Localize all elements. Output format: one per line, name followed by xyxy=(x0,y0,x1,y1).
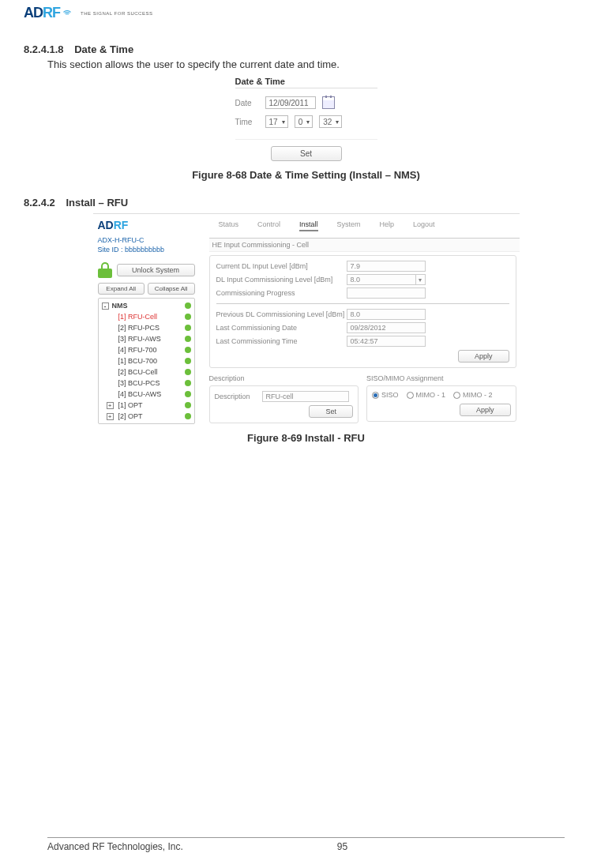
body-text-date-time: This section allows the user to specify … xyxy=(47,58,588,70)
field-value[interactable]: 8.0▾ xyxy=(347,274,426,285)
tab-install[interactable]: Install xyxy=(299,220,318,231)
status-dot-icon xyxy=(185,302,191,309)
status-dot-icon xyxy=(185,391,191,397)
description-input[interactable]: RFU-cell xyxy=(262,391,349,402)
panel-title: Date & Time xyxy=(235,77,377,88)
radio-icon xyxy=(453,392,460,399)
chevron-down-icon: ▾ xyxy=(280,116,287,127)
status-dot-icon xyxy=(185,336,191,342)
calendar-icon[interactable] xyxy=(322,96,335,109)
status-dot-icon xyxy=(185,314,191,320)
radio-option[interactable]: MIMO - 2 xyxy=(453,391,493,399)
page-footer: Advanced RF Technologies, Inc. 95 xyxy=(47,837,565,852)
apply-button[interactable]: Apply xyxy=(460,404,511,416)
tab-system[interactable]: System xyxy=(337,220,361,231)
second-select[interactable]: 32▾ xyxy=(319,115,342,128)
tagline: THE SIGNAL FOR SUCCESS xyxy=(81,11,152,16)
date-label: Date xyxy=(235,99,259,107)
minute-select[interactable]: 0▾ xyxy=(295,115,314,128)
field-value: 09/28/2012 xyxy=(347,322,426,333)
field-value: 7.9 xyxy=(347,261,426,272)
tree-item[interactable]: +[1] OPT xyxy=(100,400,193,411)
tree-item[interactable]: -NMS xyxy=(100,300,193,311)
tree-item[interactable]: [1] BCU-700 xyxy=(100,355,193,366)
field-row: DL Input Commissioning Level [dBm]8.0▾ xyxy=(216,274,509,285)
field-row: Commissioning Progress xyxy=(216,287,509,299)
section-heading-install-rfu: 8.2.4.2 Install – RFU xyxy=(24,197,588,209)
expand-all-button[interactable]: Expand All xyxy=(98,283,145,295)
figure-caption-69: Figure 8-69 Install - RFU xyxy=(24,432,588,444)
description-label: Description xyxy=(215,393,262,400)
figure-caption-68: Figure 8-68 Date & Time Setting (Install… xyxy=(24,169,588,181)
hour-select[interactable]: 17▾ xyxy=(265,115,288,128)
description-title: Description xyxy=(209,374,359,382)
header-logo: ADRF THE SIGNAL FOR SUCCESS xyxy=(24,0,588,29)
tree-item[interactable]: [4] RFU-700 xyxy=(100,344,193,355)
status-dot-icon xyxy=(185,347,191,353)
tree-item[interactable]: [2] BCU-Cell xyxy=(100,366,193,378)
field-row: Current DL Input Level [dBm]7.9 xyxy=(216,261,509,272)
tree-item[interactable]: +[2] OPT xyxy=(100,411,193,422)
tree-item[interactable]: [1] RFU-Cell xyxy=(100,311,193,322)
radio-option[interactable]: SISO xyxy=(372,391,399,399)
field-row: Last Commissioning Date09/28/2012 xyxy=(216,322,509,333)
app-logo: ADRF xyxy=(98,219,195,231)
tab-logout[interactable]: Logout xyxy=(413,220,435,231)
field-value: 8.0 xyxy=(347,309,426,320)
wifi-icon xyxy=(62,9,76,18)
divider xyxy=(216,303,509,304)
section-heading-date-time: 8.2.4.1.8 Date & Time xyxy=(24,43,588,55)
chevron-down-icon: ▾ xyxy=(415,275,425,284)
status-dot-icon xyxy=(185,402,191,408)
logo-text: ADRF xyxy=(24,5,60,21)
tab-control[interactable]: Control xyxy=(257,220,280,231)
install-rfu-screenshot: ADRF ADX-H-RFU-C Site ID : bbbbbbbbbb Un… xyxy=(93,213,520,424)
field-row: Last Commissioning Time05:42:57 xyxy=(216,336,509,347)
tree-item[interactable]: [3] RFU-AWS xyxy=(100,333,193,344)
assignment-title: SISO/MIMO Assignment xyxy=(366,374,516,382)
he-panel-title: HE Input Commissioning - Cell xyxy=(209,238,520,252)
unlock-button[interactable]: Unlock System xyxy=(117,264,195,276)
time-label: Time xyxy=(235,118,259,126)
status-dot-icon xyxy=(185,413,191,419)
tab-status[interactable]: Status xyxy=(219,220,239,231)
tab-bar: StatusControlInstallSystemHelpLogout xyxy=(209,214,520,238)
date-time-panel: Date & Time Date 12/09/2011 Time 17▾ 0▾ … xyxy=(235,77,377,161)
main-content: StatusControlInstallSystemHelpLogout HE … xyxy=(200,214,520,424)
set-button[interactable]: Set xyxy=(309,405,353,418)
date-input[interactable]: 12/09/2011 xyxy=(265,96,316,109)
tab-help[interactable]: Help xyxy=(380,220,395,231)
footer-page: 95 xyxy=(337,841,347,852)
tree-item[interactable]: [4] BCU-AWS xyxy=(100,389,193,400)
status-dot-icon xyxy=(185,369,191,375)
lock-icon xyxy=(98,262,112,278)
device-id: ADX-H-RFU-C Site ID : bbbbbbbbbb xyxy=(98,236,195,254)
collapse-all-button[interactable]: Collapse All xyxy=(148,283,195,295)
apply-button[interactable]: Apply xyxy=(458,350,509,363)
chevron-down-icon: ▾ xyxy=(334,116,340,127)
he-panel: Current DL Input Level [dBm]7.9DL Input … xyxy=(209,255,516,368)
radio-option[interactable]: MIMO - 1 xyxy=(407,391,446,399)
status-dot-icon xyxy=(185,325,191,331)
chevron-down-icon: ▾ xyxy=(305,116,311,127)
status-dot-icon xyxy=(185,358,191,364)
field-value xyxy=(347,287,426,299)
divider xyxy=(235,139,377,140)
device-tree: -NMS[1] RFU-Cell[2] RFU-PCS[3] RFU-AWS[4… xyxy=(98,298,195,424)
status-dot-icon xyxy=(185,380,191,386)
radio-icon xyxy=(407,392,414,399)
set-button[interactable]: Set xyxy=(271,146,342,161)
footer-company: Advanced RF Technologies, Inc. xyxy=(47,841,183,852)
sidebar: ADRF ADX-H-RFU-C Site ID : bbbbbbbbbb Un… xyxy=(93,214,200,424)
tree-item[interactable]: [3] BCU-PCS xyxy=(100,378,193,389)
radio-icon xyxy=(372,392,379,399)
field-value: 05:42:57 xyxy=(347,336,426,347)
field-row: Previous DL Commissioning Level [dBm]8.0 xyxy=(216,309,509,320)
tree-item[interactable]: [2] RFU-PCS xyxy=(100,322,193,333)
